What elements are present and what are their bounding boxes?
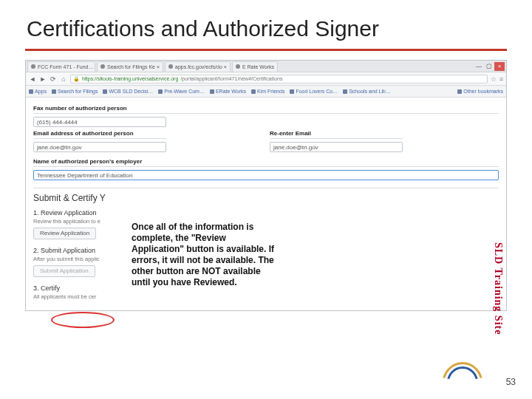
favicon-icon xyxy=(52,89,56,94)
favicon-icon xyxy=(168,64,173,69)
url-path: /portal/applicant/form471/new#/Certifica… xyxy=(180,76,282,81)
bookmark-label: WCB SLD Decisi… xyxy=(109,89,153,94)
bookmark-label: Food Lovers Co… xyxy=(296,89,338,94)
favicon-icon xyxy=(290,89,294,94)
grid-icon xyxy=(29,89,33,94)
lock-icon: 🔒 xyxy=(73,76,80,82)
tab-strip: FCC Form 471 - Fund… Search for Filings … xyxy=(26,61,506,72)
bookmark-label: ERate Works xyxy=(216,89,246,94)
close-button[interactable]: × xyxy=(494,62,505,71)
bookmark-label: Kim Friends xyxy=(257,89,284,94)
tab-label: Search for Filings Ke × xyxy=(107,64,160,69)
address-bar[interactable]: 🔒 https://sltools-training.universalserv… xyxy=(70,75,488,83)
tab-label: FCC Form 471 - Fund… xyxy=(38,64,93,69)
fax-label: Fax number of authorized person xyxy=(33,105,499,112)
favicon-icon xyxy=(31,64,35,69)
title-underline xyxy=(25,49,507,51)
bookmark-star-icon[interactable]: ☆ xyxy=(491,75,497,83)
email-field[interactable]: jane.doe@tn.gov xyxy=(33,142,166,152)
training-site-label: SLD Training Site xyxy=(491,226,505,352)
favicon-icon xyxy=(343,89,347,94)
address-bar-row: ◄ ► ⟳ ⌂ 🔒 https://sltools-training.unive… xyxy=(26,72,506,86)
email-reenter-field[interactable]: jane.doe@tn.gov xyxy=(270,142,403,152)
apps-button[interactable]: Apps xyxy=(29,89,47,94)
bookmark-item[interactable]: Food Lovers Co… xyxy=(290,89,338,94)
email-row: Email address of authorized person jane.… xyxy=(33,127,499,152)
browser-tab[interactable]: apps.fcc.gov/ecfs/do × xyxy=(165,61,231,72)
employer-label: Name of authorized person's employer xyxy=(33,158,499,165)
bookmark-label: Schools and Lib… xyxy=(349,89,391,94)
email-value: jane.doe@tn.gov xyxy=(37,144,82,151)
bookmark-label: Search for Filings xyxy=(58,89,98,94)
browser-tab[interactable]: FCC Form 471 - Fund… xyxy=(27,61,95,72)
browser-tab[interactable]: E Rate Works xyxy=(232,61,278,72)
page-number: 53 xyxy=(506,377,516,387)
folder-icon xyxy=(457,89,462,94)
tab-label: apps.fcc.gov/ecfs/do × xyxy=(175,64,227,69)
email-label: Email address of authorized person xyxy=(33,130,166,137)
minimize-button[interactable]: — xyxy=(474,62,484,71)
employer-field[interactable]: Tennessee Department of Education xyxy=(33,170,499,180)
maximize-button[interactable]: ▢ xyxy=(484,62,494,71)
review-application-button[interactable]: Review Application xyxy=(33,228,96,239)
bookmark-item[interactable]: Schools and Lib… xyxy=(343,89,391,94)
training-site-text: SLD Training Site xyxy=(492,242,504,335)
bookmark-label: Apps xyxy=(35,89,47,94)
divider xyxy=(33,113,499,114)
bookmark-item[interactable]: Kim Friends xyxy=(251,89,284,94)
fax-value: (615) 444-4444 xyxy=(37,119,78,126)
section-divider xyxy=(33,188,499,188)
fax-field[interactable]: (615) 444-4444 xyxy=(33,117,166,127)
bookmark-item[interactable]: Pre-Wave Com… xyxy=(158,89,205,94)
callout-text: Once all of the information is complete,… xyxy=(132,220,279,290)
hamburger-menu-icon[interactable]: ≡ xyxy=(499,75,503,83)
window-controls: — ▢ × xyxy=(474,62,505,71)
bookmarks-bar: Apps Search for Filings WCB SLD Decisi… … xyxy=(26,86,506,98)
reload-icon[interactable]: ⟳ xyxy=(50,75,57,83)
highlight-circle xyxy=(51,312,115,328)
step-1-label: 1. Review Application xyxy=(33,209,499,216)
usac-logo xyxy=(440,359,485,378)
step-3-desc: All applicants must be cer xyxy=(33,293,499,300)
forward-icon[interactable]: ► xyxy=(39,75,47,83)
favicon-icon xyxy=(251,89,256,94)
tab-label: E Rate Works xyxy=(242,64,274,69)
submit-application-button[interactable]: Submit Application xyxy=(33,265,95,277)
favicon-icon xyxy=(158,89,163,94)
submit-certify-heading: Submit & Certify Y xyxy=(33,193,499,203)
logo-arc-inner xyxy=(447,366,478,398)
favicon-icon xyxy=(210,89,214,94)
employer-value: Tennessee Department of Education xyxy=(37,172,132,179)
slide-title: Certifications and Authorized Signer xyxy=(0,0,532,49)
favicon-icon xyxy=(236,64,240,69)
back-icon[interactable]: ◄ xyxy=(29,75,36,83)
bookmark-item[interactable]: Search for Filings xyxy=(52,89,98,94)
divider xyxy=(270,138,403,139)
email-reenter-value: jane.doe@tn.gov xyxy=(273,144,318,151)
url-host: https://sltools-training.universalservic… xyxy=(82,76,178,81)
favicon-icon xyxy=(100,64,105,69)
bookmark-label: Other bookmarks xyxy=(463,89,503,94)
bookmark-item[interactable]: ERate Works xyxy=(210,89,246,94)
bookmark-label: Pre-Wave Com… xyxy=(164,89,205,94)
browser-tab[interactable]: Search for Filings Ke × xyxy=(97,61,163,72)
home-icon[interactable]: ⌂ xyxy=(60,75,67,83)
favicon-icon xyxy=(103,89,107,94)
bookmark-item[interactable]: WCB SLD Decisi… xyxy=(103,89,153,94)
other-bookmarks[interactable]: Other bookmarks xyxy=(457,89,503,94)
email-reenter-label: Re-enter Email xyxy=(270,130,403,137)
divider xyxy=(33,138,166,139)
divider xyxy=(33,166,499,167)
